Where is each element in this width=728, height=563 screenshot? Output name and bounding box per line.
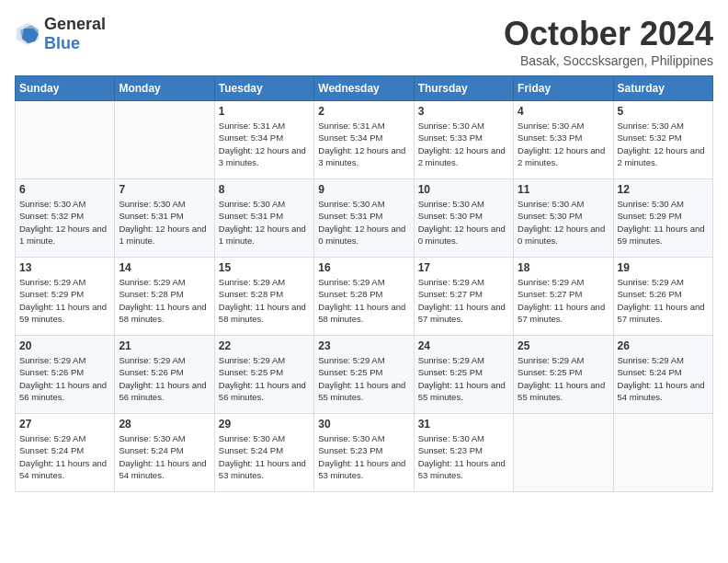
calendar-cell: 26Sunrise: 5:29 AMSunset: 5:24 PMDayligh… bbox=[613, 336, 712, 414]
day-detail: Sunrise: 5:30 AMSunset: 5:24 PMDaylight:… bbox=[219, 432, 310, 481]
day-detail: Sunrise: 5:30 AMSunset: 5:30 PMDaylight:… bbox=[418, 198, 509, 247]
day-detail: Sunrise: 5:30 AMSunset: 5:23 PMDaylight:… bbox=[318, 432, 409, 481]
calendar-cell: 6Sunrise: 5:30 AMSunset: 5:32 PMDaylight… bbox=[16, 179, 115, 258]
day-number: 17 bbox=[418, 261, 509, 274]
day-detail: Sunrise: 5:30 AMSunset: 5:33 PMDaylight:… bbox=[418, 120, 509, 168]
day-detail: Sunrise: 5:30 AMSunset: 5:32 PMDaylight:… bbox=[618, 120, 709, 168]
calendar-cell: 30Sunrise: 5:30 AMSunset: 5:23 PMDayligh… bbox=[314, 414, 414, 492]
calendar-cell: 17Sunrise: 5:29 AMSunset: 5:27 PMDayligh… bbox=[414, 258, 513, 336]
day-number: 30 bbox=[318, 418, 409, 431]
logo-general-text: General bbox=[44, 15, 106, 33]
logo: General Blue bbox=[15, 15, 106, 53]
day-detail: Sunrise: 5:30 AMSunset: 5:24 PMDaylight:… bbox=[119, 432, 210, 481]
day-number: 23 bbox=[318, 339, 409, 352]
day-number: 18 bbox=[518, 261, 609, 274]
day-detail: Sunrise: 5:31 AMSunset: 5:34 PMDaylight:… bbox=[318, 120, 409, 168]
day-number: 16 bbox=[318, 261, 409, 274]
month-title: October 2024 bbox=[504, 15, 713, 53]
calendar-cell: 9Sunrise: 5:30 AMSunset: 5:31 PMDaylight… bbox=[314, 179, 414, 258]
title-area: October 2024 Basak, Soccsksargen, Philip… bbox=[504, 15, 713, 68]
calendar-cell: 4Sunrise: 5:30 AMSunset: 5:33 PMDaylight… bbox=[514, 101, 613, 179]
calendar-cell: 29Sunrise: 5:30 AMSunset: 5:24 PMDayligh… bbox=[214, 414, 313, 492]
page-header: General Blue October 2024 Basak, Soccsks… bbox=[15, 15, 713, 68]
calendar-cell: 11Sunrise: 5:30 AMSunset: 5:30 PMDayligh… bbox=[514, 179, 613, 258]
day-of-week-header: Thursday bbox=[414, 76, 513, 101]
day-number: 19 bbox=[618, 261, 709, 274]
calendar-cell: 3Sunrise: 5:30 AMSunset: 5:33 PMDaylight… bbox=[414, 101, 513, 179]
calendar-cell: 1Sunrise: 5:31 AMSunset: 5:34 PMDaylight… bbox=[214, 101, 313, 179]
day-detail: Sunrise: 5:30 AMSunset: 5:23 PMDaylight:… bbox=[418, 432, 509, 481]
day-detail: Sunrise: 5:29 AMSunset: 5:28 PMDaylight:… bbox=[119, 276, 210, 325]
calendar-cell: 5Sunrise: 5:30 AMSunset: 5:32 PMDaylight… bbox=[613, 101, 712, 179]
day-number: 11 bbox=[518, 183, 609, 196]
day-number: 15 bbox=[219, 261, 310, 274]
day-detail: Sunrise: 5:30 AMSunset: 5:31 PMDaylight:… bbox=[219, 198, 310, 247]
logo-blue-text: Blue bbox=[44, 34, 80, 52]
day-number: 6 bbox=[19, 183, 110, 196]
day-number: 1 bbox=[219, 105, 310, 118]
day-number: 26 bbox=[618, 339, 709, 352]
day-number: 21 bbox=[119, 339, 210, 352]
day-number: 8 bbox=[219, 183, 310, 196]
calendar-cell: 22Sunrise: 5:29 AMSunset: 5:25 PMDayligh… bbox=[214, 336, 313, 414]
day-detail: Sunrise: 5:31 AMSunset: 5:34 PMDaylight:… bbox=[219, 120, 310, 168]
day-detail: Sunrise: 5:29 AMSunset: 5:25 PMDaylight:… bbox=[418, 354, 509, 403]
calendar-cell: 7Sunrise: 5:30 AMSunset: 5:31 PMDaylight… bbox=[115, 179, 214, 258]
calendar-cell: 8Sunrise: 5:30 AMSunset: 5:31 PMDaylight… bbox=[214, 179, 313, 258]
day-detail: Sunrise: 5:30 AMSunset: 5:31 PMDaylight:… bbox=[318, 198, 409, 247]
day-detail: Sunrise: 5:29 AMSunset: 5:28 PMDaylight:… bbox=[318, 276, 409, 325]
calendar-cell: 20Sunrise: 5:29 AMSunset: 5:26 PMDayligh… bbox=[16, 336, 115, 414]
calendar-cell: 13Sunrise: 5:29 AMSunset: 5:29 PMDayligh… bbox=[16, 258, 115, 336]
day-number: 2 bbox=[318, 105, 409, 118]
day-number: 29 bbox=[219, 418, 310, 431]
calendar-cell: 12Sunrise: 5:30 AMSunset: 5:29 PMDayligh… bbox=[613, 179, 712, 258]
day-number: 12 bbox=[618, 183, 709, 196]
day-detail: Sunrise: 5:30 AMSunset: 5:29 PMDaylight:… bbox=[618, 198, 709, 247]
calendar-cell bbox=[514, 414, 613, 492]
day-number: 31 bbox=[418, 418, 509, 431]
day-number: 27 bbox=[19, 418, 110, 431]
day-detail: Sunrise: 5:30 AMSunset: 5:33 PMDaylight:… bbox=[518, 120, 609, 168]
day-number: 3 bbox=[418, 105, 509, 118]
day-detail: Sunrise: 5:29 AMSunset: 5:25 PMDaylight:… bbox=[219, 354, 310, 403]
day-detail: Sunrise: 5:29 AMSunset: 5:27 PMDaylight:… bbox=[518, 276, 609, 325]
calendar-cell bbox=[613, 414, 712, 492]
location-title: Basak, Soccsksargen, Philippines bbox=[504, 53, 713, 68]
day-detail: Sunrise: 5:29 AMSunset: 5:29 PMDaylight:… bbox=[19, 276, 110, 325]
day-of-week-header: Saturday bbox=[613, 76, 712, 101]
calendar-cell: 18Sunrise: 5:29 AMSunset: 5:27 PMDayligh… bbox=[514, 258, 613, 336]
calendar-cell: 23Sunrise: 5:29 AMSunset: 5:25 PMDayligh… bbox=[314, 336, 414, 414]
day-number: 5 bbox=[618, 105, 709, 118]
day-detail: Sunrise: 5:30 AMSunset: 5:31 PMDaylight:… bbox=[119, 198, 210, 247]
day-detail: Sunrise: 5:30 AMSunset: 5:30 PMDaylight:… bbox=[518, 198, 609, 247]
day-detail: Sunrise: 5:29 AMSunset: 5:28 PMDaylight:… bbox=[219, 276, 310, 325]
day-number: 20 bbox=[19, 339, 110, 352]
calendar-cell: 10Sunrise: 5:30 AMSunset: 5:30 PMDayligh… bbox=[414, 179, 513, 258]
day-number: 14 bbox=[119, 261, 210, 274]
day-number: 10 bbox=[418, 183, 509, 196]
calendar-cell: 15Sunrise: 5:29 AMSunset: 5:28 PMDayligh… bbox=[214, 258, 313, 336]
day-of-week-header: Sunday bbox=[16, 76, 115, 101]
day-detail: Sunrise: 5:29 AMSunset: 5:24 PMDaylight:… bbox=[618, 354, 709, 403]
day-number: 22 bbox=[219, 339, 310, 352]
day-number: 25 bbox=[518, 339, 609, 352]
day-detail: Sunrise: 5:29 AMSunset: 5:25 PMDaylight:… bbox=[318, 354, 409, 403]
day-detail: Sunrise: 5:29 AMSunset: 5:25 PMDaylight:… bbox=[518, 354, 609, 403]
day-number: 24 bbox=[418, 339, 509, 352]
calendar-cell: 2Sunrise: 5:31 AMSunset: 5:34 PMDaylight… bbox=[314, 101, 414, 179]
day-of-week-header: Tuesday bbox=[214, 76, 313, 101]
day-number: 13 bbox=[19, 261, 110, 274]
calendar-cell: 28Sunrise: 5:30 AMSunset: 5:24 PMDayligh… bbox=[115, 414, 214, 492]
day-of-week-header: Monday bbox=[115, 76, 214, 101]
calendar-cell: 21Sunrise: 5:29 AMSunset: 5:26 PMDayligh… bbox=[115, 336, 214, 414]
day-number: 9 bbox=[318, 183, 409, 196]
calendar-cell: 27Sunrise: 5:29 AMSunset: 5:24 PMDayligh… bbox=[16, 414, 115, 492]
day-of-week-header: Wednesday bbox=[314, 76, 414, 101]
calendar-cell: 31Sunrise: 5:30 AMSunset: 5:23 PMDayligh… bbox=[414, 414, 513, 492]
day-number: 4 bbox=[518, 105, 609, 118]
calendar-cell bbox=[16, 101, 115, 179]
calendar-cell: 24Sunrise: 5:29 AMSunset: 5:25 PMDayligh… bbox=[414, 336, 513, 414]
day-detail: Sunrise: 5:30 AMSunset: 5:32 PMDaylight:… bbox=[19, 198, 110, 247]
day-detail: Sunrise: 5:29 AMSunset: 5:26 PMDaylight:… bbox=[119, 354, 210, 403]
day-detail: Sunrise: 5:29 AMSunset: 5:26 PMDaylight:… bbox=[618, 276, 709, 325]
